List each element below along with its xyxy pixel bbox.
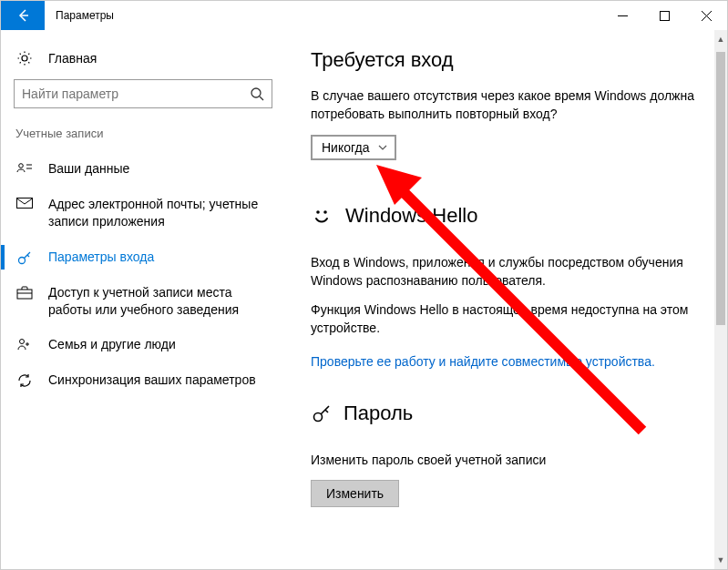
window-title: Параметры xyxy=(45,1,114,30)
maximize-button[interactable] xyxy=(643,1,685,30)
sidebar-item-email[interactable]: Адрес электронной почты; учетные записи … xyxy=(10,187,276,239)
search-input[interactable] xyxy=(14,79,272,108)
hello-compat-link[interactable]: Проверьте ее работу и найдите совместимы… xyxy=(311,354,702,369)
sidebar: Главная Учетные записи Ваши данные Адрес… xyxy=(1,30,285,569)
sidebar-item-signin-options[interactable]: Параметры входа xyxy=(10,239,276,275)
people-icon xyxy=(15,336,34,351)
scrollbar[interactable]: ▲ ▼ xyxy=(714,30,727,569)
sidebar-item-label: Доступ к учетной записи места работы или… xyxy=(48,284,271,319)
signin-timeout-dropdown[interactable]: Никогда xyxy=(311,135,396,160)
gear-icon xyxy=(15,50,34,66)
mail-icon xyxy=(15,196,34,209)
sidebar-item-label: Параметры входа xyxy=(48,249,154,266)
titlebar: Параметры xyxy=(1,1,727,30)
svg-rect-0 xyxy=(660,11,669,20)
sidebar-item-label: Адрес электронной почты; учетные записи … xyxy=(48,196,271,230)
close-button[interactable] xyxy=(685,1,727,30)
sidebar-item-label: Синхронизация ваших параметров xyxy=(48,372,256,389)
arrow-left-icon xyxy=(15,8,30,23)
password-description: Изменить пароль своей учетной записи xyxy=(311,451,702,469)
signin-description: В случае вашего отсутствия через какое в… xyxy=(311,87,702,124)
hello-text-2: Функция Windows Hello в настоящее время … xyxy=(311,300,702,338)
smile-icon xyxy=(311,205,333,227)
back-button[interactable] xyxy=(1,1,45,30)
scroll-down-icon[interactable]: ▼ xyxy=(714,553,727,567)
search-field[interactable] xyxy=(22,87,250,101)
svg-rect-3 xyxy=(17,198,33,208)
hello-heading-text: Windows Hello xyxy=(345,204,478,228)
home-label: Главная xyxy=(48,51,97,66)
svg-point-4 xyxy=(19,257,26,263)
svg-rect-5 xyxy=(17,290,32,299)
main-panel: Требуется вход В случае вашего отсутстви… xyxy=(285,30,727,569)
hello-heading: Windows Hello xyxy=(311,204,702,228)
svg-point-1 xyxy=(251,88,261,97)
search-icon xyxy=(250,87,264,101)
minimize-icon xyxy=(618,11,628,21)
home-button[interactable]: Главная xyxy=(10,45,276,79)
sidebar-item-label: Ваши данные xyxy=(48,160,129,178)
scroll-up-icon[interactable]: ▲ xyxy=(714,32,727,46)
svg-point-2 xyxy=(19,164,24,168)
person-card-icon xyxy=(15,160,34,174)
scrollbar-thumb[interactable] xyxy=(716,52,725,325)
password-heading-text: Пароль xyxy=(343,402,413,425)
svg-point-6 xyxy=(20,340,25,344)
sidebar-item-your-info[interactable]: Ваши данные xyxy=(10,151,276,187)
sidebar-item-sync[interactable]: Синхронизация ваших параметров xyxy=(10,362,276,398)
minimize-button[interactable] xyxy=(601,1,643,30)
sidebar-item-label: Семья и другие люди xyxy=(48,336,176,353)
change-password-button[interactable]: Изменить xyxy=(311,480,399,507)
key-icon xyxy=(15,249,34,266)
key-icon xyxy=(311,402,333,424)
close-icon xyxy=(702,11,712,21)
dropdown-value: Никогда xyxy=(322,140,369,155)
maximize-icon xyxy=(660,11,670,21)
password-heading: Пароль xyxy=(311,402,702,425)
briefcase-icon xyxy=(15,284,34,300)
sidebar-item-work-access[interactable]: Доступ к учетной записи места работы или… xyxy=(10,275,276,328)
hello-text-1: Вход в Windows, приложения и службы поср… xyxy=(311,253,702,290)
sync-icon xyxy=(15,372,34,389)
chevron-down-icon xyxy=(378,145,387,150)
svg-point-7 xyxy=(316,210,320,214)
svg-point-8 xyxy=(323,210,327,214)
category-label: Учетные записи xyxy=(10,127,276,151)
signin-heading: Требуется вход xyxy=(311,48,702,72)
sidebar-item-family[interactable]: Семья и другие люди xyxy=(10,327,276,362)
